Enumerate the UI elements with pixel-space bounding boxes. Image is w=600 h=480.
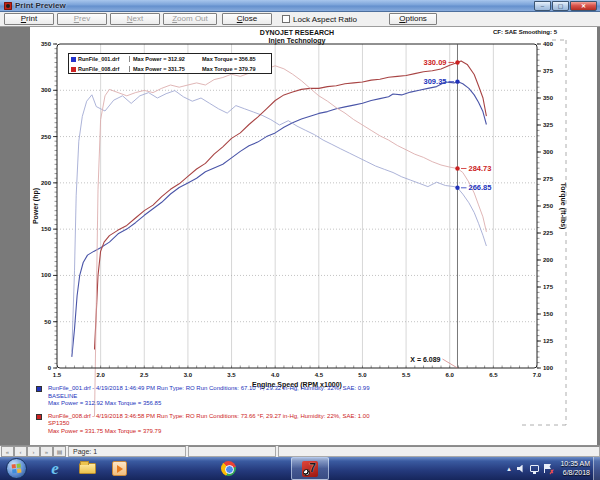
legend-row: RunFile_008.drfMax Power = 331.75Max Tor… (69, 64, 271, 74)
report-page: DYNOJET RESEARCH Injen Technology CF: SA… (30, 27, 597, 445)
legend-color-swatch (71, 67, 76, 72)
y-right-tick-label: 325 (543, 122, 554, 128)
legend-max-torque: Max Torque = 356.85 (202, 56, 271, 62)
x-tick-label: 5.5 (402, 372, 411, 378)
next-page-button[interactable]: › (27, 446, 40, 457)
y-right-axis-title: Torque (ft-lbs) (559, 183, 567, 230)
callout-value: 284.73 (468, 164, 491, 173)
maximize-button[interactable]: ▢ (552, 1, 569, 11)
status-panel (278, 446, 600, 457)
y-left-tick-label: 150 (41, 226, 52, 232)
x-tick-label: 4.5 (315, 372, 324, 378)
y-right-tick-label: 350 (543, 95, 554, 101)
run-annotations: RunFile_001.drf - 4/19/2018 1:46:49 PM R… (36, 385, 576, 440)
y-left-tick-label: 50 (44, 319, 51, 325)
legend-row: RunFile_001.drfMax Power = 312.92Max Tor… (69, 54, 271, 64)
cursor-point (455, 79, 459, 83)
chart-legend: RunFile_001.drfMax Power = 312.92Max Tor… (68, 53, 272, 74)
legend-color-swatch (71, 57, 76, 62)
y-right-tick-label: 400 (543, 41, 554, 47)
curve-runfile_008-torque (95, 66, 487, 417)
y-left-tick-label: 300 (41, 87, 52, 93)
taskbar-item-chrome[interactable] (215, 460, 241, 477)
chrome-icon (221, 461, 236, 476)
x-tick-label: 1.5 (53, 372, 62, 378)
x-tick-label: 2.5 (140, 372, 149, 378)
y-right-tick-label: 175 (543, 284, 554, 290)
legend-max-power: Max Power = 331.75 (130, 66, 202, 72)
run-annotation-line2: SP1350 (48, 420, 576, 428)
window-title: Print Preview (15, 1, 66, 10)
y-right-tick-label: 100 (543, 365, 554, 371)
taskbar-item-internet-explorer[interactable]: e (42, 460, 68, 477)
y-right-tick-label: 150 (543, 311, 554, 317)
run-annotation-line3: Max Power = 331.75 Max Torque = 379.79 (48, 428, 576, 436)
network-icon[interactable] (530, 465, 539, 472)
internet-explorer-icon: e (51, 459, 59, 479)
media-player-icon (112, 461, 127, 476)
legend-file-name: RunFile_008.drf (78, 66, 130, 72)
action-center-flag-icon[interactable]: ✗ (544, 464, 552, 473)
y-right-tick-label: 125 (543, 338, 554, 344)
taskbar-clock[interactable]: 10:35 AM 6/8/2018 (560, 459, 590, 477)
volume-icon[interactable] (517, 465, 525, 473)
legend-file-name: RunFile_001.drf (78, 56, 130, 62)
next-button[interactable]: Next (110, 13, 160, 25)
zoom-out-button[interactable]: Zoom Out (163, 13, 217, 25)
close-button[interactable]: Close (222, 13, 272, 25)
run-annotation: RunFile_001.drf - 4/19/2018 1:46:49 PM R… (36, 385, 576, 408)
run-color-swatch (36, 386, 42, 392)
window-titlebar[interactable]: Print Preview – ▢ ✕ (0, 0, 600, 12)
print-page-button[interactable]: ▤ (53, 446, 66, 457)
folder-icon (79, 463, 96, 474)
x-tick-label: 3.5 (227, 372, 236, 378)
first-page-button[interactable]: « (1, 446, 14, 457)
run-annotation-line3: Max Power = 312.92 Max Torque = 356.85 (48, 400, 576, 408)
x-tick-label: 3.0 (184, 372, 193, 378)
start-button[interactable] (6, 458, 27, 479)
print-button[interactable]: Print (4, 13, 54, 25)
cursor-point (455, 186, 459, 190)
taskbar-item-explorer[interactable] (74, 460, 100, 477)
windows-logo-icon (12, 464, 22, 474)
callout-value: 266.85 (468, 183, 491, 192)
show-desktop-button[interactable] (593, 457, 600, 480)
statusbar: « ‹ › » ▤ Page: 1 (0, 445, 600, 457)
minimize-button[interactable]: – (534, 1, 551, 11)
run-annotation-line1: RunFile_008.drf - 4/19/2018 3:46:58 PM R… (48, 413, 576, 421)
hidden-icons-arrow[interactable]: ▲ (506, 466, 512, 472)
print-preview-toolbar: Print Prev Next Zoom Out Close Lock Aspe… (0, 12, 600, 27)
callout-value: 309.35 (424, 77, 447, 86)
taskbar-item-winpep-active[interactable]: 7 (291, 457, 329, 480)
plot-border (57, 44, 537, 368)
y-right-tick-label: 200 (543, 257, 554, 263)
screen: Print Preview – ▢ ✕ Print Prev Next Zoom… (0, 0, 600, 480)
x-tick-label: 6.5 (489, 372, 498, 378)
last-page-button[interactable]: » (40, 446, 53, 457)
curve-runfile_008-power (95, 61, 487, 350)
x-tick-label: 4.0 (271, 372, 280, 378)
lock-aspect-ratio-label: Lock Aspect Ratio (293, 15, 357, 24)
options-button[interactable]: Options (389, 13, 437, 25)
y-right-tick-label: 275 (543, 176, 554, 182)
taskbar-item-media-player[interactable] (106, 460, 132, 477)
status-panel (188, 446, 276, 457)
x-tick-label: 5.0 (358, 372, 367, 378)
x-tick-label: 2.0 (96, 372, 105, 378)
app-icon (4, 2, 12, 10)
y-right-tick-label: 250 (543, 203, 554, 209)
y-left-tick-label: 350 (41, 41, 52, 47)
prev-button[interactable]: Prev (57, 13, 107, 25)
callout-value: 330.09 (424, 58, 447, 67)
system-tray: ▲ ✗ (506, 457, 552, 480)
preview-area[interactable]: DYNOJET RESEARCH Injen Technology CF: SA… (0, 27, 600, 445)
prev-page-button[interactable]: ‹ (14, 446, 27, 457)
y-right-tick-label: 375 (543, 68, 554, 74)
run-annotation: RunFile_008.drf - 4/19/2018 3:46:58 PM R… (36, 413, 576, 436)
close-window-button[interactable]: ✕ (570, 1, 597, 11)
taskbar: e 7 ▲ ✗ 10:35 AM 6/8/2018 (0, 457, 600, 480)
winpep-icon: 7 (302, 461, 318, 477)
y-left-tick-label: 100 (41, 272, 52, 278)
lock-aspect-ratio-checkbox[interactable] (282, 15, 290, 23)
cursor-point (455, 166, 459, 170)
